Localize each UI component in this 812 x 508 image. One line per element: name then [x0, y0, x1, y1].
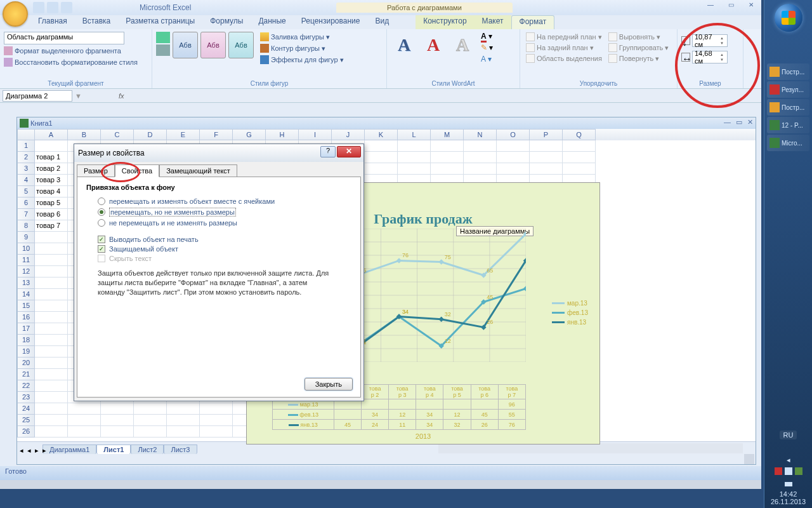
- cell[interactable]: [464, 140, 497, 152]
- row-header[interactable]: 8: [17, 220, 35, 232]
- cell[interactable]: [35, 335, 68, 346]
- cell[interactable]: [35, 392, 68, 403]
- text-fill-icon[interactable]: A ▾: [481, 32, 493, 41]
- sheet-tab[interactable]: Лист1: [96, 444, 131, 454]
- shape-style-3[interactable]: Абв: [228, 32, 254, 58]
- cell[interactable]: [497, 152, 530, 163]
- cell[interactable]: [134, 403, 167, 415]
- shape-swatch2-icon[interactable]: [156, 44, 170, 56]
- row-header[interactable]: 20: [17, 358, 35, 369]
- cell[interactable]: [431, 163, 464, 175]
- row-header[interactable]: 1: [17, 140, 35, 152]
- cell[interactable]: [68, 415, 101, 426]
- row-header[interactable]: 14: [17, 289, 35, 300]
- cell[interactable]: [431, 152, 464, 163]
- taskbar-item[interactable]: 12 - P...: [767, 117, 809, 133]
- selection-pane-button[interactable]: Область выделения: [524, 53, 604, 64]
- select-all-corner[interactable]: [17, 129, 35, 140]
- radio-move-size[interactable]: перемещать и изменять объект вместе с яч…: [98, 197, 351, 205]
- cell[interactable]: [35, 140, 68, 152]
- cell[interactable]: [398, 152, 431, 163]
- tray-volume-icon[interactable]: [785, 467, 792, 475]
- cell[interactable]: товар 6: [35, 209, 68, 220]
- tab-review[interactable]: Рецензирование: [294, 15, 368, 29]
- col-header[interactable]: A: [35, 129, 68, 140]
- legend-item[interactable]: мар.13: [552, 300, 588, 307]
- cell[interactable]: [167, 426, 200, 438]
- legend-item[interactable]: янв.13: [552, 319, 588, 326]
- height-input[interactable]: 10,87 см▲▼: [692, 34, 728, 47]
- cell[interactable]: [35, 289, 68, 300]
- shape-outline-button[interactable]: Контур фигуры ▾: [260, 43, 344, 53]
- sheet-tab[interactable]: Лист3: [164, 444, 197, 454]
- dialog-tab-alt-text[interactable]: Замещающий текст: [159, 164, 237, 177]
- cell[interactable]: товар 5: [35, 197, 68, 209]
- tab-page-layout[interactable]: Разметка страницы: [118, 15, 202, 29]
- tab-layout[interactable]: Макет: [475, 15, 511, 29]
- cell[interactable]: [35, 358, 68, 369]
- row-header[interactable]: 22: [17, 380, 35, 392]
- width-input[interactable]: 14,68 см▲▼: [692, 51, 728, 64]
- cell[interactable]: [497, 140, 530, 152]
- wb-restore[interactable]: ▭: [736, 118, 742, 126]
- taskbar-item[interactable]: Резул...: [767, 81, 809, 98]
- col-header[interactable]: L: [398, 129, 431, 140]
- text-outline-icon[interactable]: ✎ ▾: [481, 43, 493, 52]
- tab-home[interactable]: Главная: [30, 15, 75, 29]
- align-button[interactable]: Выровнять ▾: [606, 32, 671, 42]
- col-header[interactable]: P: [530, 129, 563, 140]
- minimize-button[interactable]: ―: [703, 1, 718, 11]
- cell[interactable]: [563, 152, 596, 163]
- cell[interactable]: [200, 403, 233, 415]
- wordart-2[interactable]: А: [420, 32, 447, 58]
- wb-close[interactable]: ✕: [747, 118, 753, 126]
- row-header[interactable]: 15: [17, 300, 35, 312]
- cell[interactable]: [398, 163, 431, 175]
- wordart-1[interactable]: А: [391, 32, 417, 58]
- chart-title[interactable]: График продаж: [374, 211, 472, 227]
- sheet-tab[interactable]: Диаграмма1: [43, 444, 96, 454]
- cell[interactable]: [35, 232, 68, 243]
- cell[interactable]: [167, 415, 200, 426]
- row-header[interactable]: 11: [17, 255, 35, 266]
- tab-formulas[interactable]: Формулы: [202, 15, 251, 29]
- cell[interactable]: [35, 255, 68, 266]
- row-header[interactable]: 2: [17, 152, 35, 163]
- group-button[interactable]: Группировать ▾: [606, 43, 671, 53]
- cell[interactable]: [35, 403, 68, 415]
- rotate-button[interactable]: Повернуть ▾: [606, 53, 671, 64]
- chart-legend[interactable]: мар.13фев.13янв.13: [552, 297, 588, 328]
- col-header[interactable]: Q: [563, 129, 596, 140]
- row-header[interactable]: 17: [17, 323, 35, 335]
- dialog-tab-properties[interactable]: Свойства: [115, 164, 159, 177]
- row-header[interactable]: 16: [17, 312, 35, 323]
- cell[interactable]: [35, 323, 68, 335]
- radio-no-move[interactable]: не перемещать и не изменять размеры: [98, 219, 351, 227]
- col-header[interactable]: B: [68, 129, 101, 140]
- language-indicator[interactable]: RU: [780, 431, 797, 439]
- cell[interactable]: [68, 403, 101, 415]
- taskbar-item[interactable]: Постр...: [767, 64, 809, 80]
- col-header[interactable]: E: [167, 129, 200, 140]
- wb-minimize[interactable]: ―: [724, 118, 731, 126]
- legend-item[interactable]: фев.13: [552, 309, 588, 316]
- dialog-help-button[interactable]: ?: [320, 146, 336, 157]
- app-horizontal-scroll[interactable]: [0, 480, 761, 489]
- cell[interactable]: [35, 369, 68, 380]
- cell[interactable]: [35, 312, 68, 323]
- row-header[interactable]: 3: [17, 163, 35, 175]
- cell[interactable]: [35, 346, 68, 358]
- tray-network-icon[interactable]: [795, 467, 802, 475]
- cell[interactable]: [365, 140, 398, 152]
- cell[interactable]: товар 4: [35, 186, 68, 197]
- cell[interactable]: [530, 152, 563, 163]
- row-header[interactable]: 23: [17, 392, 35, 403]
- col-header[interactable]: H: [266, 129, 299, 140]
- cell[interactable]: [563, 163, 596, 175]
- cell[interactable]: [563, 140, 596, 152]
- sheet-tab[interactable]: Лист2: [131, 444, 164, 454]
- row-header[interactable]: 25: [17, 415, 35, 426]
- cell[interactable]: [200, 426, 233, 438]
- cell[interactable]: [35, 243, 68, 255]
- close-button[interactable]: ✕: [743, 1, 759, 11]
